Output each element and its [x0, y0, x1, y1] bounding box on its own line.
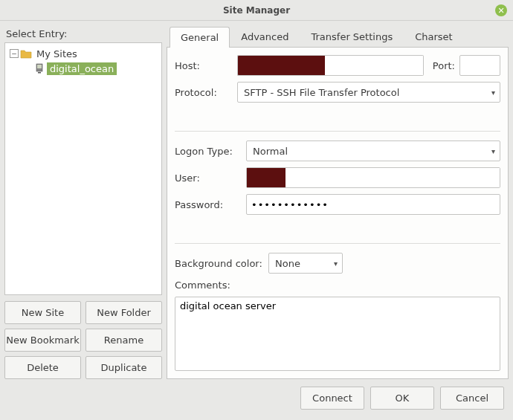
logon-type-row: Logon Type: Normal ▾	[175, 140, 500, 161]
svg-rect-2	[38, 72, 41, 74]
port-label: Port:	[433, 60, 455, 71]
port-input[interactable]	[459, 55, 500, 76]
tree-row-site[interactable]: digital_ocean	[7, 61, 160, 76]
title-bar: Site Manager ✕	[0, 0, 513, 21]
comments-textarea[interactable]	[175, 297, 500, 371]
delete-button[interactable]: Delete	[4, 356, 81, 379]
user-input[interactable]	[285, 168, 500, 187]
folder-icon	[20, 48, 32, 59]
tree-root-label: My Sites	[33, 48, 80, 60]
tree-row-root[interactable]: − My Sites	[7, 46, 160, 61]
protocol-select[interactable]: SFTP - SSH File Transfer Protocol ▾	[237, 82, 500, 103]
right-pane: General Advanced Transfer Settings Chars…	[167, 25, 509, 379]
svg-rect-1	[37, 65, 42, 68]
bgcolor-label: Background color:	[175, 258, 264, 269]
password-input[interactable]	[246, 194, 500, 215]
select-entry-label: Select Entry:	[6, 28, 162, 39]
protocol-value: SFTP - SSH File Transfer Protocol	[244, 87, 399, 98]
separator	[175, 243, 500, 244]
host-redacted	[237, 55, 325, 76]
left-pane: Select Entry: − My Sites digital_ocean N…	[4, 25, 162, 379]
new-site-button[interactable]: New Site	[4, 301, 81, 324]
close-icon[interactable]: ✕	[495, 4, 507, 16]
host-row: Host: Port:	[175, 55, 500, 76]
logon-type-select[interactable]: Normal ▾	[246, 140, 500, 161]
dialog-footer: Connect OK Cancel	[0, 379, 513, 419]
tab-strip: General Advanced Transfer Settings Chars…	[167, 25, 509, 48]
bgcolor-select[interactable]: None ▾	[268, 253, 343, 274]
rename-button[interactable]: Rename	[86, 329, 162, 352]
comments-label: Comments:	[175, 280, 500, 291]
tab-advanced[interactable]: Advanced	[230, 26, 300, 47]
tab-charset[interactable]: Charset	[404, 26, 464, 47]
duplicate-button[interactable]: Duplicate	[86, 356, 162, 379]
new-bookmark-button[interactable]: New Bookmark	[4, 329, 81, 352]
chevron-down-icon: ▾	[491, 147, 495, 155]
logon-type-value: Normal	[253, 146, 288, 157]
user-label: User:	[175, 172, 242, 184]
separator	[175, 131, 500, 132]
cancel-button[interactable]: Cancel	[440, 387, 504, 410]
site-buttons: New Site New Folder New Bookmark Rename …	[4, 301, 162, 379]
host-label: Host:	[175, 60, 233, 71]
password-label: Password:	[175, 199, 242, 210]
tree-site-label: digital_ocean	[47, 62, 117, 75]
collapse-icon[interactable]: −	[10, 49, 19, 58]
chevron-down-icon: ▾	[334, 259, 338, 268]
connect-button[interactable]: Connect	[300, 387, 364, 410]
server-icon	[33, 63, 45, 74]
bgcolor-value: None	[275, 258, 300, 269]
tab-general[interactable]: General	[170, 27, 230, 48]
tab-contents-general: Host: Port: Protocol: SFTP - SSH File Tr…	[167, 48, 509, 379]
user-row: User:	[175, 167, 500, 188]
host-field[interactable]	[237, 55, 424, 76]
logon-type-label: Logon Type:	[175, 146, 242, 157]
new-folder-button[interactable]: New Folder	[86, 301, 162, 324]
spacer	[175, 109, 500, 122]
main-area: Select Entry: − My Sites digital_ocean N…	[0, 21, 513, 379]
protocol-row: Protocol: SFTP - SSH File Transfer Proto…	[175, 82, 500, 103]
protocol-label: Protocol:	[175, 87, 233, 98]
bgcolor-row: Background color: None ▾	[175, 253, 500, 274]
spacer	[175, 221, 500, 234]
window-title: Site Manager	[223, 5, 290, 16]
password-row: Password:	[175, 194, 500, 215]
chevron-down-icon: ▾	[491, 88, 495, 97]
tab-transfer-settings[interactable]: Transfer Settings	[300, 26, 404, 47]
site-tree[interactable]: − My Sites digital_ocean	[4, 42, 162, 295]
user-redacted	[247, 168, 285, 187]
host-input[interactable]	[325, 55, 424, 76]
ok-button[interactable]: OK	[370, 387, 434, 410]
